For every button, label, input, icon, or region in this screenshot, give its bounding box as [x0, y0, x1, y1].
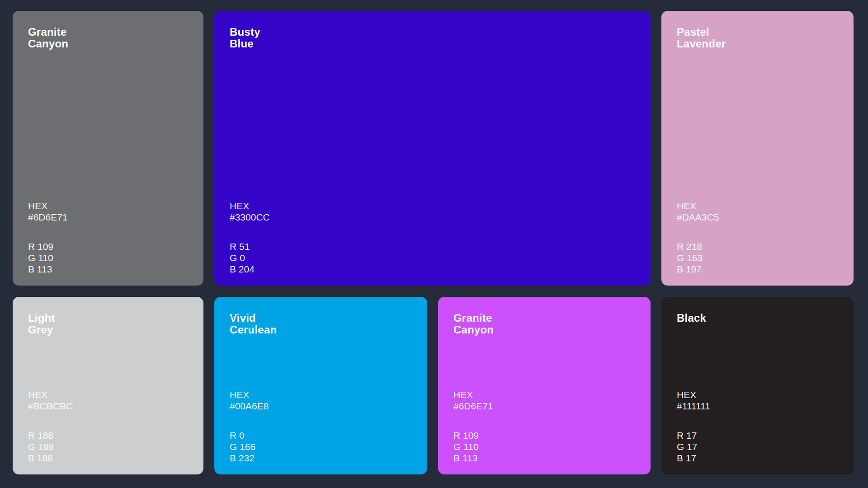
rgb-green: G 0 — [230, 252, 635, 263]
rgb-red: R 51 — [230, 241, 635, 252]
color-name: Vivid Cerulean — [230, 312, 412, 336]
color-name-line2: Grey — [28, 324, 188, 336]
rgb-blue: B 17 — [677, 452, 838, 464]
color-name-line2: Canyon — [28, 38, 188, 50]
rgb-green: G 163 — [677, 252, 838, 263]
rgb-block: R 218 G 163 B 197 — [677, 241, 838, 275]
color-name-line1: Granite — [453, 312, 635, 324]
rgb-block: R 109 G 110 B 113 — [453, 430, 635, 464]
rgb-blue: B 197 — [677, 263, 838, 275]
color-meta: HEX #111111 R 17 G 17 B 17 — [677, 389, 838, 465]
hex-value: #DAA3C5 — [677, 211, 838, 223]
rgb-green: G 110 — [453, 441, 635, 452]
hex-label: HEX — [28, 389, 188, 400]
hex-block: HEX #BCBCBC — [28, 389, 188, 412]
hex-value: #6D6E71 — [453, 400, 635, 412]
rgb-red: R 218 — [677, 241, 838, 252]
hex-label: HEX — [677, 389, 838, 400]
hex-block: HEX #3300CC — [230, 200, 635, 223]
rgb-green: G 110 — [28, 252, 188, 263]
hex-block: HEX #6D6E71 — [453, 389, 635, 412]
color-card-light-grey[interactable]: Light Grey HEX #BCBCBC R 188 G 188 B 188 — [13, 297, 203, 474]
rgb-block: R 51 G 0 B 204 — [230, 241, 635, 275]
hex-value: #3300CC — [230, 211, 635, 223]
color-meta: HEX #3300CC R 51 G 0 B 204 — [230, 200, 635, 277]
hex-label: HEX — [453, 389, 635, 400]
rgb-block: R 109 G 110 B 113 — [28, 241, 188, 275]
rgb-red: R 17 — [677, 430, 838, 441]
color-card-granite-canyon[interactable]: Granite Canyon HEX #6D6E71 R 109 G 110 B… — [13, 11, 203, 286]
color-name-line2: Blue — [230, 38, 635, 50]
color-card-busty-blue[interactable]: Busty Blue HEX #3300CC R 51 G 0 B 204 — [214, 11, 651, 286]
rgb-blue: B 232 — [230, 452, 412, 464]
hex-value: #BCBCBC — [28, 400, 188, 412]
color-name: Granite Canyon — [28, 26, 188, 50]
color-name: Busty Blue — [230, 26, 635, 50]
hex-block: HEX #00A6E8 — [230, 389, 412, 412]
rgb-blue: B 188 — [28, 452, 188, 464]
color-name: Granite Canyon — [453, 312, 635, 336]
rgb-block: R 188 G 188 B 188 — [28, 430, 188, 464]
color-meta: HEX #00A6E8 R 0 G 166 B 232 — [230, 389, 412, 465]
hex-value: #00A6E8 — [230, 400, 412, 412]
color-name-line1: Granite — [28, 26, 188, 38]
color-name: Black — [677, 312, 838, 324]
hex-block: HEX #111111 — [677, 389, 838, 412]
rgb-green: G 188 — [28, 441, 188, 452]
rgb-red: R 0 — [230, 430, 412, 441]
color-card-vivid-cerulean[interactable]: Vivid Cerulean HEX #00A6E8 R 0 G 166 B 2… — [214, 297, 427, 474]
rgb-red: R 109 — [28, 241, 188, 252]
color-meta: HEX #DAA3C5 R 218 G 163 B 197 — [677, 200, 838, 277]
color-card-granite-canyon-magenta[interactable]: Granite Canyon HEX #6D6E71 R 109 G 110 B… — [438, 297, 651, 474]
rgb-blue: B 204 — [230, 263, 635, 275]
color-name-line2: Cerulean — [230, 324, 412, 336]
color-name-line1: Busty — [230, 26, 635, 38]
rgb-block: R 17 G 17 B 17 — [677, 430, 838, 464]
color-meta: HEX #6D6E71 R 109 G 110 B 113 — [28, 200, 188, 277]
color-card-pastel-lavender[interactable]: Pastel Lavender HEX #DAA3C5 R 218 G 163 … — [661, 11, 854, 286]
color-name: Light Grey — [28, 312, 188, 336]
rgb-red: R 109 — [453, 430, 635, 441]
hex-value: #6D6E71 — [28, 211, 188, 223]
color-name-line2: Canyon — [453, 324, 635, 336]
color-card-black[interactable]: Black HEX #111111 R 17 G 17 B 17 — [661, 297, 854, 474]
color-name-line2: Lavender — [677, 38, 838, 50]
rgb-blue: B 113 — [453, 452, 635, 464]
rgb-green: G 166 — [230, 441, 412, 452]
color-name-line1: Light — [28, 312, 188, 324]
color-name: Pastel Lavender — [677, 26, 838, 50]
rgb-block: R 0 G 166 B 232 — [230, 430, 412, 464]
color-meta: HEX #BCBCBC R 188 G 188 B 188 — [28, 389, 188, 465]
rgb-green: G 17 — [677, 441, 838, 452]
hex-label: HEX — [230, 389, 412, 400]
palette-grid: Granite Canyon HEX #6D6E71 R 109 G 110 B… — [0, 0, 868, 488]
color-name-line1: Pastel — [677, 26, 838, 38]
rgb-red: R 188 — [28, 430, 188, 441]
color-name-line1: Vivid — [230, 312, 412, 324]
hex-block: HEX #6D6E71 — [28, 200, 188, 223]
hex-value: #111111 — [677, 400, 838, 412]
rgb-blue: B 113 — [28, 263, 188, 275]
hex-label: HEX — [230, 200, 635, 211]
color-meta: HEX #6D6E71 R 109 G 110 B 113 — [453, 389, 635, 465]
hex-label: HEX — [677, 200, 838, 211]
hex-block: HEX #DAA3C5 — [677, 200, 838, 223]
hex-label: HEX — [28, 200, 188, 211]
color-name-line1: Black — [677, 312, 838, 324]
